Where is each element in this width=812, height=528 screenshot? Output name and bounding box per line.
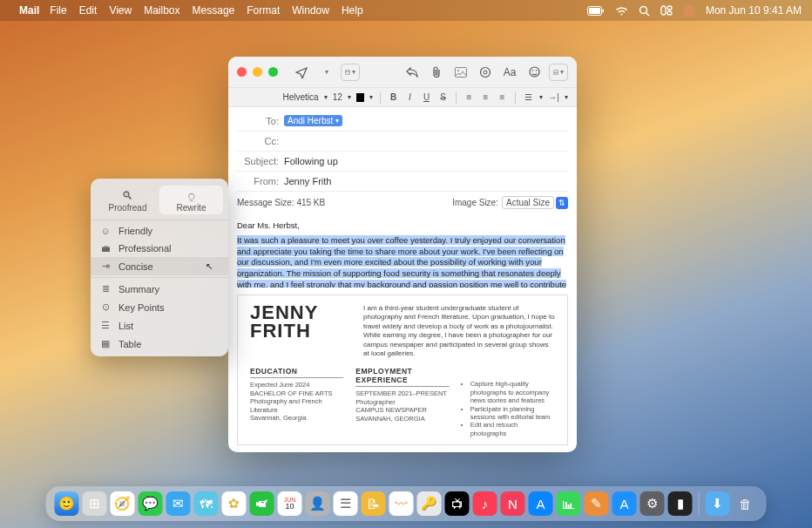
dock-passwords[interactable]: 🔑 (417, 491, 442, 516)
dock: 🙂 ⊞ 🧭 💬 ✉︎ 🗺︎ ✿ 📹︎ JUN10 👤 ☰ 📝︎ 〰 🔑 📺︎ ♪… (46, 486, 767, 521)
strike-button[interactable]: S (437, 92, 449, 102)
italic-button[interactable]: I (404, 92, 416, 102)
underline-button[interactable]: U (421, 92, 432, 102)
opt-concise[interactable]: ⇥Concise↖ (91, 257, 228, 275)
dock-pages[interactable]: ✎ (585, 491, 609, 516)
menu-mailbox[interactable]: Mailbox (144, 4, 179, 17)
bold-button[interactable]: B (388, 92, 399, 102)
dock-messages[interactable]: 💬 (139, 491, 163, 516)
message-body[interactable]: Dear Ms. Herbst, It was such a pleasure … (228, 213, 577, 288)
rewrite-tab[interactable]: ⍜ Rewrite (159, 186, 223, 214)
dock-launchpad[interactable]: ⊞ (83, 491, 107, 516)
proofread-tab[interactable]: 🔍︎ Proofread (96, 186, 159, 214)
attach-button[interactable] (427, 64, 446, 81)
to-label: To: (237, 116, 284, 126)
summary-icon: ≣ (99, 283, 112, 294)
opt-friendly[interactable]: ☺Friendly (91, 222, 228, 240)
svg-rect-1 (589, 8, 600, 14)
table-icon: ▦ (99, 338, 112, 349)
battery-icon[interactable] (587, 6, 605, 16)
photo-browser-icon[interactable] (451, 64, 470, 81)
menu-window[interactable]: Window (292, 4, 329, 17)
color-swatch[interactable] (356, 93, 364, 102)
align-right[interactable]: ≡ (497, 92, 508, 102)
dock-safari[interactable]: 🧭 (111, 491, 135, 516)
writing-tools-icon[interactable] (476, 64, 495, 81)
dock-calendar[interactable]: JUN10 (278, 491, 302, 516)
font-size[interactable]: 12 (333, 92, 342, 102)
emoji-button[interactable] (524, 64, 544, 81)
dock-reminders[interactable]: ☰ (334, 491, 358, 516)
wifi-icon[interactable] (615, 6, 628, 16)
resume-name: JENNY FRITH (250, 304, 346, 341)
send-options[interactable] (316, 64, 335, 81)
dock-downloads[interactable]: ⬇︎ (706, 491, 730, 516)
message-size-label: Message Size: (237, 198, 294, 207)
dock-maps[interactable]: 🗺︎ (194, 491, 219, 516)
dock-numbers[interactable]: 📊︎ (557, 491, 581, 516)
format-bar: Helvetica ▾ 12 ▾ ▾ B I U S ≡ ≡ ≡ ☰▾ →|▾ (228, 88, 577, 107)
dock-facetime[interactable]: 📹︎ (250, 491, 274, 516)
briefcase-icon: 💼︎ (99, 243, 112, 254)
subject-label: Subject: (237, 156, 284, 166)
menu-clock[interactable]: Mon Jun 10 9:41 AM (706, 4, 802, 17)
dock-appstore[interactable]: А (529, 491, 553, 516)
font-selector[interactable]: Helvetica (282, 92, 318, 102)
menu-bar: Mail File Edit View Mailbox Message Form… (0, 0, 812, 21)
svg-rect-7 (667, 11, 672, 15)
menu-help[interactable]: Help (342, 4, 363, 17)
dock-freeform[interactable]: 〰 (389, 491, 414, 516)
menu-message[interactable]: Message (193, 4, 235, 17)
svg-rect-10 (456, 67, 467, 77)
dock-appstore2[interactable]: A (612, 491, 637, 516)
list-button[interactable]: ☰ (523, 92, 534, 102)
svg-line-4 (646, 12, 649, 16)
dock-tv[interactable]: 📺︎ (445, 491, 470, 516)
image-size-select[interactable]: Actual Size (502, 196, 554, 209)
opt-summary[interactable]: ≣Summary (91, 280, 228, 298)
dock-contacts[interactable]: 👤 (306, 491, 330, 516)
search-icon[interactable] (639, 5, 650, 17)
image-size-label: Image Size: (452, 198, 498, 207)
opt-professional[interactable]: 💼︎Professional (91, 240, 228, 257)
resume-emp-header: EMPLOYMENT EXPERIENCE (355, 367, 449, 387)
dock-mail[interactable]: ✉︎ (166, 491, 191, 516)
to-recipient-token[interactable]: Andi Herbst (284, 115, 342, 126)
opt-table[interactable]: ▦Table (91, 335, 228, 353)
dock-settings[interactable]: ⚙︎ (640, 491, 665, 516)
minimize-button[interactable] (253, 67, 262, 77)
cursor-icon: ↖ (206, 261, 213, 271)
header-fields-toggle[interactable] (341, 64, 360, 81)
opt-keypoints[interactable]: ⊙Key Points (91, 298, 228, 316)
dock-music[interactable]: ♪ (473, 491, 497, 516)
attachment-preview[interactable]: JENNY FRITH I am a third-year student un… (237, 294, 568, 445)
compose-window: Aa Helvetica ▾ 12 ▾ ▾ B I U S ≡ ≡ ≡ ☰▾ →… (228, 57, 577, 452)
menu-format[interactable]: Format (247, 4, 280, 17)
send-button[interactable] (292, 64, 311, 81)
dock-finder[interactable]: 🙂 (55, 491, 79, 516)
menu-file[interactable]: File (50, 4, 66, 17)
rewrite-icon: ⍜ (159, 189, 223, 202)
from-field[interactable]: Jenny Frith (284, 176, 568, 186)
indent-button[interactable]: →| (548, 92, 559, 102)
reply-icon[interactable] (403, 64, 422, 81)
format-button[interactable]: Aa (500, 64, 519, 81)
zoom-button[interactable] (268, 67, 278, 77)
dock-photos[interactable]: ✿ (222, 491, 247, 516)
close-button[interactable] (237, 67, 247, 77)
control-center-icon[interactable] (660, 5, 673, 16)
subject-field[interactable]: Following up (284, 156, 568, 166)
user-icon[interactable] (683, 4, 695, 17)
align-center[interactable]: ≡ (480, 92, 491, 102)
image-size-arrow-icon[interactable]: ⇅ (556, 197, 568, 209)
app-name[interactable]: Mail (19, 4, 39, 17)
insert-button[interactable] (549, 64, 568, 81)
opt-list[interactable]: ☰List (91, 316, 228, 335)
menu-view[interactable]: View (109, 4, 132, 17)
dock-notes[interactable]: 📝︎ (362, 491, 386, 516)
dock-news[interactable]: N (501, 491, 525, 516)
align-left[interactable]: ≡ (464, 92, 475, 102)
dock-trash[interactable]: 🗑︎ (734, 491, 758, 516)
dock-iphone-mirror[interactable]: ▮ (668, 491, 693, 516)
menu-edit[interactable]: Edit (79, 4, 98, 17)
